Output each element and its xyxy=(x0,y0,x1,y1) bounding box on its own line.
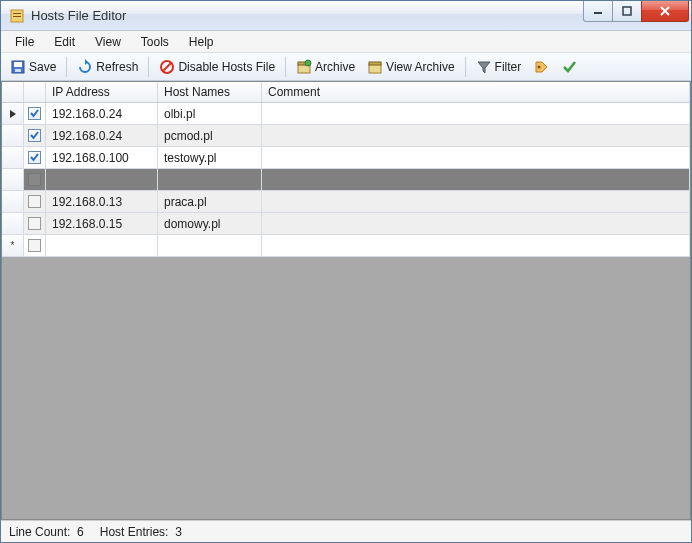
view-archive-label: View Archive xyxy=(386,60,454,74)
toolbar-extra-1[interactable] xyxy=(528,56,554,78)
filter-button[interactable]: Filter xyxy=(471,56,527,78)
cell-host[interactable]: testowy.pl xyxy=(158,147,262,169)
table-row[interactable]: 192.168.0.15domowy.pl xyxy=(2,213,690,235)
menu-tools[interactable]: Tools xyxy=(131,32,179,52)
toolbar: Save Refresh Disable Hosts File Archive … xyxy=(1,53,691,81)
separator xyxy=(148,57,149,77)
window-title: Hosts File Editor xyxy=(31,8,584,23)
separator xyxy=(465,57,466,77)
svg-point-12 xyxy=(305,60,311,66)
grid-body: 192.168.0.24olbi.pl192.168.0.24pcmod.pl1… xyxy=(2,103,690,257)
row-checkbox[interactable] xyxy=(24,103,46,125)
cell-comment[interactable] xyxy=(262,125,690,147)
cell-ip[interactable]: 192.168.0.13 xyxy=(46,191,158,213)
archive-button[interactable]: Archive xyxy=(291,56,360,78)
row-marker xyxy=(2,169,24,191)
header-comment[interactable]: Comment xyxy=(262,82,690,102)
view-archive-icon xyxy=(367,59,383,75)
hosts-grid: IP Address Host Names Comment 192.168.0.… xyxy=(1,81,691,520)
cell-comment[interactable] xyxy=(262,235,690,257)
row-marker xyxy=(2,125,24,147)
menu-file[interactable]: File xyxy=(5,32,44,52)
cell-comment[interactable] xyxy=(262,103,690,125)
cell-comment[interactable] xyxy=(262,213,690,235)
disable-icon xyxy=(159,59,175,75)
disable-hosts-button[interactable]: Disable Hosts File xyxy=(154,56,280,78)
svg-rect-6 xyxy=(14,62,22,67)
app-window: Hosts File Editor File Edit View Tools H… xyxy=(0,0,692,543)
menu-help[interactable]: Help xyxy=(179,32,224,52)
toolbar-extra-2[interactable] xyxy=(556,56,582,78)
header-checkbox[interactable] xyxy=(24,82,46,102)
minimize-button[interactable] xyxy=(583,1,613,22)
row-marker xyxy=(2,103,24,125)
status-line-count: Line Count: 6 xyxy=(9,525,84,539)
menu-view[interactable]: View xyxy=(85,32,131,52)
filter-label: Filter xyxy=(495,60,522,74)
table-row[interactable]: 192.168.0.24pcmod.pl xyxy=(2,125,690,147)
svg-point-15 xyxy=(538,65,541,68)
svg-rect-4 xyxy=(623,7,631,15)
app-icon xyxy=(9,8,25,24)
header-host[interactable]: Host Names xyxy=(158,82,262,102)
row-marker xyxy=(2,147,24,169)
view-archive-button[interactable]: View Archive xyxy=(362,56,459,78)
window-controls xyxy=(584,1,689,22)
disable-label: Disable Hosts File xyxy=(178,60,275,74)
row-checkbox[interactable] xyxy=(24,125,46,147)
status-host-entries: Host Entries: 3 xyxy=(100,525,182,539)
statusbar: Line Count: 6 Host Entries: 3 xyxy=(1,520,691,542)
close-button[interactable] xyxy=(641,1,689,22)
svg-rect-14 xyxy=(369,62,381,65)
grid-header: IP Address Host Names Comment xyxy=(2,82,690,103)
menu-edit[interactable]: Edit xyxy=(44,32,85,52)
refresh-label: Refresh xyxy=(96,60,138,74)
archive-icon xyxy=(296,59,312,75)
cell-ip[interactable]: 192.168.0.100 xyxy=(46,147,158,169)
cell-comment[interactable] xyxy=(262,169,690,191)
row-marker xyxy=(2,213,24,235)
row-checkbox[interactable] xyxy=(24,213,46,235)
separator-row[interactable] xyxy=(2,169,690,191)
cell-host[interactable]: pcmod.pl xyxy=(158,125,262,147)
cell-ip[interactable]: 192.168.0.15 xyxy=(46,213,158,235)
cell-host[interactable] xyxy=(158,235,262,257)
table-row[interactable]: 192.168.0.100testowy.pl xyxy=(2,147,690,169)
archive-label: Archive xyxy=(315,60,355,74)
cell-host[interactable]: domowy.pl xyxy=(158,213,262,235)
svg-rect-7 xyxy=(15,69,21,72)
new-row[interactable]: * xyxy=(2,235,690,257)
separator xyxy=(66,57,67,77)
cell-comment[interactable] xyxy=(262,147,690,169)
menubar: File Edit View Tools Help xyxy=(1,31,691,53)
row-checkbox[interactable] xyxy=(24,147,46,169)
maximize-button[interactable] xyxy=(612,1,642,22)
cell-comment[interactable] xyxy=(262,191,690,213)
cell-host[interactable] xyxy=(158,169,262,191)
refresh-icon xyxy=(77,59,93,75)
table-row[interactable]: 192.168.0.24olbi.pl xyxy=(2,103,690,125)
refresh-button[interactable]: Refresh xyxy=(72,56,143,78)
header-ip[interactable]: IP Address xyxy=(46,82,158,102)
cell-ip[interactable] xyxy=(46,169,158,191)
header-marker[interactable] xyxy=(2,82,24,102)
row-checkbox[interactable] xyxy=(24,169,46,191)
cell-ip[interactable] xyxy=(46,235,158,257)
cell-host[interactable]: praca.pl xyxy=(158,191,262,213)
save-icon xyxy=(10,59,26,75)
cell-ip[interactable]: 192.168.0.24 xyxy=(46,125,158,147)
check-icon xyxy=(561,59,577,75)
cell-host[interactable]: olbi.pl xyxy=(158,103,262,125)
svg-rect-2 xyxy=(13,16,21,17)
titlebar: Hosts File Editor xyxy=(1,1,691,31)
tag-icon xyxy=(533,59,549,75)
row-checkbox[interactable] xyxy=(24,191,46,213)
svg-rect-3 xyxy=(594,12,602,14)
cell-ip[interactable]: 192.168.0.24 xyxy=(46,103,158,125)
table-row[interactable]: 192.168.0.13praca.pl xyxy=(2,191,690,213)
svg-line-9 xyxy=(163,63,171,71)
separator xyxy=(285,57,286,77)
row-marker xyxy=(2,191,24,213)
row-checkbox[interactable] xyxy=(24,235,46,257)
save-button[interactable]: Save xyxy=(5,56,61,78)
